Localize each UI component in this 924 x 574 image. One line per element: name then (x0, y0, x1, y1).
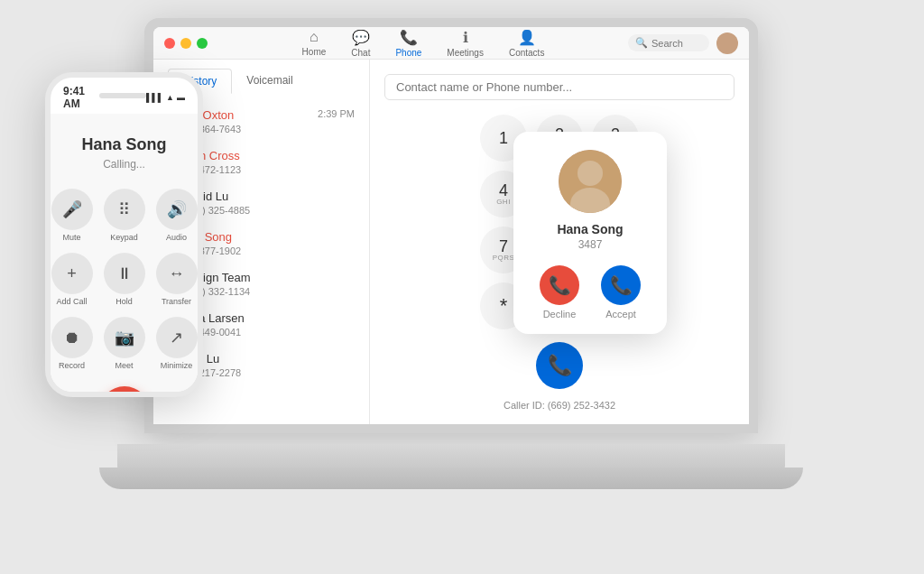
search-input[interactable] (651, 38, 706, 49)
phone-ctrl-audio[interactable]: 🔊 Audio (156, 189, 198, 242)
audio-label: Audio (166, 233, 187, 242)
decline-icon: 📞 (549, 274, 571, 296)
tab-contacts-label: Contacts (509, 48, 544, 58)
phone-number-input[interactable] (396, 80, 723, 94)
app-window: ⌂ Home 💬 Chat 📞 Phone (153, 27, 749, 424)
keypad-icon: ⠿ (104, 189, 145, 230)
close-button[interactable] (164, 38, 175, 49)
record-icon: ⏺ (51, 317, 93, 358)
incoming-caller-ext: 3487 (578, 238, 603, 251)
incoming-caller-avatar (559, 150, 622, 213)
phone-top-bar: 9:41 AM ▌▌▌ ▲ ▬ (51, 78, 198, 114)
phone-ctrl-mute[interactable]: 🎤 Mute (51, 189, 93, 242)
call-item-number: (980) 332-1134 (182, 286, 355, 297)
mute-label: Mute (62, 233, 80, 242)
phone-ctrl-keypad[interactable]: ⠿ Keypad (104, 189, 145, 242)
phone-ctrl-record[interactable]: ⏺ Record (51, 317, 93, 370)
incoming-caller-name: Hana Song (557, 222, 623, 236)
laptop-base-bottom (99, 468, 803, 489)
tab-meetings-label: Meetings (447, 48, 484, 58)
mute-icon: 🎤 (51, 189, 93, 230)
chat-icon: 💬 (352, 29, 370, 46)
wifi-icon: ▲ (166, 93, 174, 102)
add_call-label: Add Call (56, 297, 87, 306)
call-button[interactable]: 📞 (536, 342, 583, 389)
phone-status-icons: ▌▌▌ ▲ ▬ (146, 93, 185, 102)
phone-content: Hana Song Calling... 🎤 Mute ⠿ Keypad 🔊 A… (51, 114, 198, 397)
meet-label: Meet (115, 361, 133, 370)
header-right: 🔍 (628, 32, 738, 54)
decline-circle: 📞 (540, 265, 579, 305)
hold-label: Hold (116, 297, 133, 306)
transfer-label: Transfer (162, 297, 191, 306)
minimize-label: Minimize (161, 361, 193, 370)
battery-icon: ▬ (177, 93, 185, 102)
tab-chat[interactable]: 💬 Chat (351, 29, 370, 58)
meetings-icon: ℹ (463, 29, 468, 46)
accept-icon: 📞 (610, 274, 633, 296)
incoming-call-actions: 📞 Decline 📞 Accept (540, 265, 641, 319)
search-box[interactable]: 🔍 (628, 34, 709, 51)
phone-notch (99, 93, 146, 98)
content-area: History Voicemail Lena Oxton (217) 364-7… (153, 60, 749, 424)
title-bar: ⌂ Home 💬 Chat 📞 Phone (153, 27, 749, 60)
meet-icon: 📷 (104, 317, 145, 358)
accept-call-button[interactable]: 📞 Accept (601, 265, 641, 319)
audio-icon: 🔊 (156, 189, 198, 230)
end-call-button[interactable]: 📞 (99, 386, 150, 397)
decline-label: Decline (543, 309, 577, 319)
decline-call-button[interactable]: 📞 Decline (540, 265, 579, 319)
phone-ctrl-add_call[interactable]: + Add Call (51, 253, 93, 306)
traffic-lights (164, 38, 208, 49)
phone-controls: 🎤 Mute ⠿ Keypad 🔊 Audio + Add Call ⏸ Hol… (51, 189, 198, 370)
svg-point-1 (578, 161, 603, 186)
calling-name: Hana Song (81, 135, 166, 154)
tab-phone-label: Phone (395, 48, 421, 58)
accept-label: Accept (605, 309, 636, 319)
phone-ctrl-meet[interactable]: 📷 Meet (104, 317, 145, 370)
panel-tab-voicemail[interactable]: Voicemail (232, 69, 307, 94)
hold-icon: ⏸ (104, 253, 145, 294)
keypad-label: Keypad (110, 233, 138, 242)
transfer-icon: ↔ (156, 253, 198, 294)
tab-chat-label: Chat (351, 48, 370, 58)
maximize-button[interactable] (197, 38, 208, 49)
incoming-call-card: Hana Song 3487 📞 Decline (513, 132, 667, 334)
signal-icon: ▌▌▌ (146, 93, 163, 102)
home-icon: ⌂ (310, 29, 319, 45)
right-panel: 12ABC3DEF4GHI5JKL6MNO7PQRS8TUV9WXYZ*0+# … (370, 60, 749, 424)
laptop: ⌂ Home 💬 Chat 📞 Phone (144, 18, 794, 523)
phone-input-bar[interactable] (384, 74, 735, 100)
call-item-name: David Lu (182, 190, 355, 203)
tab-phone[interactable]: 📞 Phone (395, 29, 421, 58)
scene: ⌂ Home 💬 Chat 📞 Phone (0, 0, 924, 574)
nav-tabs: ⌂ Home 💬 Chat 📞 Phone (218, 29, 628, 58)
accept-circle: 📞 (601, 265, 641, 305)
contacts-icon: 👤 (518, 29, 536, 46)
call-item-time: 2:39 PM (318, 108, 355, 119)
search-icon: 🔍 (635, 37, 648, 49)
phone-ctrl-transfer[interactable]: ↔ Transfer (156, 253, 198, 306)
call-item-number: (573) 325-4885 (182, 205, 355, 216)
minimize-icon: ↗ (156, 317, 198, 358)
minimize-button[interactable] (180, 38, 191, 49)
phone-ctrl-minimize[interactable]: ↗ Minimize (156, 317, 198, 370)
calling-status: Calling... (103, 158, 145, 171)
laptop-screen: ⌂ Home 💬 Chat 📞 Phone (153, 27, 749, 424)
record-label: Record (59, 361, 85, 370)
tab-home-label: Home (302, 47, 327, 57)
tab-meetings[interactable]: ℹ Meetings (447, 29, 484, 58)
tab-home[interactable]: ⌂ Home (302, 29, 327, 57)
phone-time: 9:41 AM (63, 85, 99, 110)
avatar[interactable] (716, 32, 738, 54)
incoming-avatar-image (559, 150, 622, 213)
caller-id: Caller ID: (669) 252-3432 (504, 400, 615, 411)
laptop-base (117, 444, 785, 469)
phone-icon: 📞 (400, 29, 418, 46)
laptop-screen-border: ⌂ Home 💬 Chat 📞 Phone (144, 18, 758, 433)
phone-ctrl-hold[interactable]: ⏸ Hold (104, 253, 145, 306)
mobile-phone: 9:41 AM ▌▌▌ ▲ ▬ Hana Song Calling... 🎤 M… (45, 72, 203, 397)
add_call-icon: + (51, 253, 93, 294)
tab-contacts[interactable]: 👤 Contacts (509, 29, 544, 58)
call-item-name: Design Team (182, 271, 355, 284)
